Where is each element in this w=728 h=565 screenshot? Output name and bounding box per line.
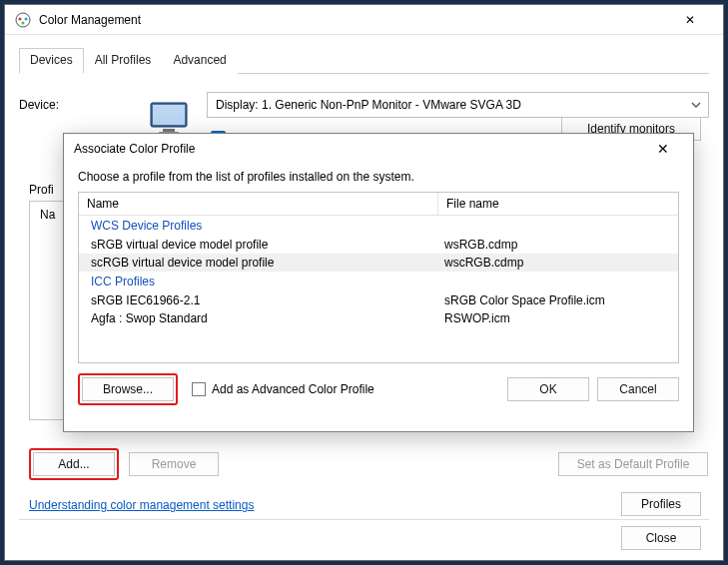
help-link[interactable]: Understanding color management settings [29, 498, 254, 512]
ok-button[interactable]: OK [507, 377, 589, 401]
cell-file: sRGB Color Space Profile.icm [444, 293, 666, 307]
chevron-down-icon [690, 99, 702, 111]
profile-row[interactable]: sRGB virtual device model profile wsRGB.… [79, 236, 678, 254]
svg-rect-6 [163, 129, 175, 132]
svg-point-3 [22, 21, 25, 24]
app-icon [15, 12, 31, 28]
cancel-button[interactable]: Cancel [597, 377, 679, 401]
tab-all-profiles[interactable]: All Profiles [84, 48, 163, 74]
profile-list[interactable]: Name File name WCS Device Profiles sRGB … [78, 192, 679, 363]
close-button[interactable]: Close [621, 526, 701, 550]
profile-list-header: Name File name [79, 193, 678, 216]
device-select[interactable]: Display: 1. Generic Non-PnP Monitor - VM… [207, 92, 709, 118]
svg-rect-5 [153, 105, 185, 125]
col-name[interactable]: Name [79, 193, 438, 215]
separator [19, 519, 709, 520]
col-file[interactable]: File name [438, 193, 678, 215]
svg-point-1 [19, 17, 22, 20]
svg-point-2 [25, 17, 28, 20]
group-wcs: WCS Device Profiles [79, 216, 678, 236]
add-button[interactable]: Add... [33, 452, 115, 476]
group-icc: ICC Profiles [79, 272, 678, 291]
cell-file: RSWOP.icm [444, 311, 666, 325]
add-advanced-checkbox[interactable] [192, 382, 206, 396]
add-advanced-label: Add as Advanced Color Profile [212, 382, 374, 396]
device-label: Device: [19, 92, 149, 112]
add-advanced-checkbox-row[interactable]: Add as Advanced Color Profile [192, 382, 374, 396]
tab-advanced[interactable]: Advanced [162, 48, 237, 74]
dialog-close-button[interactable]: ✕ [643, 141, 683, 157]
cell-file: wsRGB.cdmp [444, 238, 666, 252]
cell-name: Agfa : Swop Standard [91, 311, 444, 325]
help-link-row: Understanding color management settings [29, 498, 254, 512]
add-highlight: Add... [29, 448, 119, 480]
browse-highlight: Browse... [78, 373, 178, 405]
tab-devices[interactable]: Devices [19, 48, 84, 74]
dialog-titlebar: Associate Color Profile ✕ [64, 134, 693, 164]
dialog-body: Choose a profile from the list of profil… [64, 164, 693, 415]
titlebar: Color Management ✕ [5, 5, 723, 35]
dialog-instruction: Choose a profile from the list of profil… [78, 170, 679, 184]
dialog-title: Associate Color Profile [74, 142, 643, 156]
remove-button[interactable]: Remove [129, 452, 219, 476]
device-select-value: Display: 1. Generic Non-PnP Monitor - VM… [216, 98, 521, 112]
svg-point-0 [16, 13, 30, 27]
window-close-button[interactable]: ✕ [667, 13, 713, 27]
dialog-footer: Browse... Add as Advanced Color Profile … [78, 373, 679, 405]
cell-name: sRGB virtual device model profile [91, 238, 444, 252]
associate-profile-dialog: Associate Color Profile ✕ Choose a profi… [63, 133, 694, 432]
window-title: Color Management [39, 13, 667, 27]
cell-file: wscRGB.cdmp [444, 256, 666, 270]
set-default-button[interactable]: Set as Default Profile [558, 452, 708, 476]
profile-row[interactable]: Agfa : Swop Standard RSWOP.icm [79, 309, 678, 327]
cell-name: sRGB IEC61966-2.1 [91, 293, 444, 307]
profiles-button[interactable]: Profiles [621, 492, 701, 516]
tabs: Devices All Profiles Advanced [19, 47, 709, 74]
color-management-window: Color Management ✕ Devices All Profiles … [4, 4, 724, 561]
profile-buttons-row: Add... Remove Set as Default Profile [29, 448, 708, 480]
browse-button[interactable]: Browse... [82, 377, 174, 401]
profile-row[interactable]: scRGB virtual device model profile wscRG… [79, 254, 678, 272]
cell-name: scRGB virtual device model profile [91, 256, 444, 270]
profiles-section-label: Profi [29, 183, 54, 197]
profile-row[interactable]: sRGB IEC61966-2.1 sRGB Color Space Profi… [79, 291, 678, 309]
